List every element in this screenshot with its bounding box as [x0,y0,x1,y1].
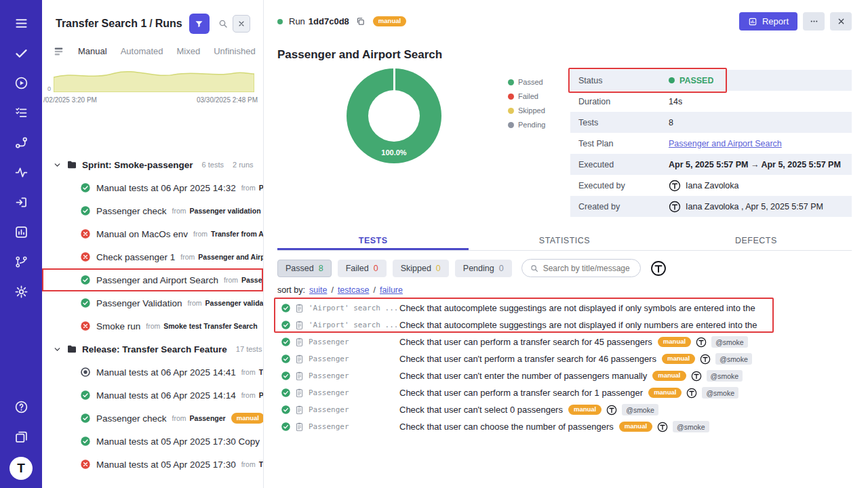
sort-by-suite-link[interactable]: suite [309,285,327,295]
rail-import-button[interactable] [7,188,35,216]
run-item[interactable]: Check passenger 1fromPassenger and Airpo… [42,245,263,268]
test-suite: Passenger [309,354,397,363]
test-title: Check that user can perform a transfer s… [399,337,652,347]
sidebar-tab-mixed[interactable]: Mixed [177,46,201,56]
breadcrumb-separator: / [149,18,152,29]
close-search-button[interactable] [233,15,250,33]
group-label: Release: Transfer Search Feature [82,344,227,354]
run-item[interactable]: Manual tests at 06 Apr 2025 14:32fromPas… [42,176,263,199]
run-item[interactable]: Passenger ValidationfromPassenger valida… [42,291,263,314]
sort-by-testcase-link[interactable]: testcase [338,285,370,295]
test-row[interactable]: PassengerCheck that user can't enter the… [264,367,868,384]
close-icon [237,20,245,28]
passed-check-icon [281,388,291,398]
results-donut-chart: 100.0% [347,68,441,163]
run-item[interactable]: Manual tests at 06 Apr 2025 14:14fromPas… [42,384,263,407]
status-failed-icon [80,228,91,239]
filter-label: Passed [285,264,314,273]
sidebar-tab-unfinished[interactable]: Unfinished [214,46,255,56]
rail-settings-button[interactable] [7,278,35,305]
test-suite: 'Airport' search ... [309,304,397,312]
donut-notch [393,68,395,116]
filter-label: Pending [463,264,494,273]
run-item[interactable]: Manual tests at 06 Apr 2025 14:41fromTra… [42,361,263,384]
breadcrumb-page: Runs [155,18,182,29]
test-row[interactable]: 'Airport' search ...Check that autocompl… [264,317,868,333]
rail-test-cases-button[interactable] [7,99,35,126]
sidebar-tab-automated[interactable]: Automated [121,46,163,56]
run-item[interactable]: Manual tests at 05 Apr 2025 17:30 Copyfr… [42,430,263,453]
rail-pulse-button[interactable] [7,159,35,186]
test-search-input[interactable] [543,264,633,273]
test-plan-link[interactable]: Passenger and Airport Search [669,139,782,148]
test-suite: Passenger [309,388,397,397]
testomat-filter-button[interactable] [650,260,667,277]
rail-projects-button[interactable] [7,423,35,450]
run-item[interactable]: Passenger checkfromPassengermanual6 [42,407,263,430]
rail-steps-button[interactable] [7,129,35,156]
test-row[interactable]: PassengerCheck that user can't select 0 … [264,401,868,418]
tree-group[interactable]: Sprint: Smoke-passenger6 tests2 runs [42,153,263,176]
test-row[interactable]: 'Airport' search ...Check that autocompl… [264,300,868,317]
tab-statistics[interactable]: STATISTICS [469,230,660,250]
runs-tree: Sprint: Smoke-passenger6 tests2 runsManu… [42,153,263,476]
test-row[interactable]: PassengerCheck that user can perform a t… [264,333,868,350]
rail-runs-button[interactable] [7,69,35,96]
runs-sidebar: Transfer Search 1/Runs ManualAutomatedMi… [42,0,264,488]
sort-separator: / [331,285,333,295]
tab-tests[interactable]: TESTS [277,230,469,250]
search-icon[interactable] [218,18,229,29]
run-source-suite: Passenger and Airport Search [198,253,263,261]
run-item[interactable]: Passenger checkfromPassenger validationm… [42,199,263,222]
smoke-tag: @smoke [673,421,709,432]
run-header: Run 1dd7c0d8 manual Report [264,0,868,30]
test-row[interactable]: PassengerCheck that user can choose the … [264,418,868,435]
test-row[interactable]: PassengerCheck that user can perform a t… [264,384,868,401]
sidebar-tab-manual[interactable]: Manual [78,46,107,56]
copy-run-id-button[interactable] [355,16,366,26]
user-name: Iana Zavoloka , Apr 5, 2025 5:57 PM [686,202,823,211]
sort-by-failure-link[interactable]: failure [380,285,403,295]
tree-group[interactable]: Release: Transfer Search Feature17 tests… [42,338,263,361]
branch-icon [14,255,28,269]
from-label: from [241,391,256,399]
group-tests-count: 17 tests [236,345,262,353]
run-item[interactable]: Passenger and Airport SearchfromPassenge… [42,268,263,291]
testomat-icon [686,388,697,399]
breadcrumb-project[interactable]: Transfer Search 1 [56,18,146,29]
more-options-button[interactable] [803,12,825,30]
filter-runs-button[interactable] [189,14,210,34]
run-item[interactable]: Smoke runfromSmoke test Transfer Searchm… [42,314,263,338]
test-title: Check that autocomplete suggestings are … [399,303,755,313]
rail-results-button[interactable] [7,39,35,66]
filter-skipped-button[interactable]: Skipped0 [393,260,449,277]
info-row-duration: Duration14s [570,91,852,112]
sort-bar: sort by: suite/testcase/failure [264,277,868,296]
test-row[interactable]: PassengerCheck that user can't perform a… [264,350,868,367]
rail-nav-top [7,9,35,308]
testomat-logo[interactable]: T [9,457,33,480]
user-avatar-icon [669,180,681,192]
rail-analytics-button[interactable] [7,218,35,245]
run-info-table: StatusPASSEDDuration14sTests8Test PlanPa… [570,70,852,217]
runs-icon [14,106,28,120]
rail-help-button[interactable] [7,393,35,420]
rail-branches-button[interactable] [7,248,35,275]
filter-failed-button[interactable]: Failed0 [338,260,387,277]
status-passed-icon [80,205,91,216]
rail-menu-button[interactable] [7,9,35,37]
run-item[interactable]: Manual on MacOs envfromTransfer from Aip… [42,222,263,245]
close-run-button[interactable] [830,12,852,30]
report-button[interactable]: Report [739,12,797,30]
info-value: Iana Zavoloka , Apr 5, 2025 5:57 PM [669,201,823,213]
filter-pending-button[interactable]: Pending0 [455,260,512,277]
legend-dot [508,108,514,114]
status-passed-icon [80,436,91,447]
smoke-tag: @smoke [622,404,658,415]
tab-defects[interactable]: DEFECTS [660,230,852,250]
import-icon [14,195,28,209]
run-source-suite: Passenger [259,184,263,192]
run-item[interactable]: Manual tests at 05 Apr 2025 17:30fromTra… [42,453,263,476]
filter-passed-button[interactable]: Passed8 [277,260,332,277]
projects-icon [14,430,28,444]
